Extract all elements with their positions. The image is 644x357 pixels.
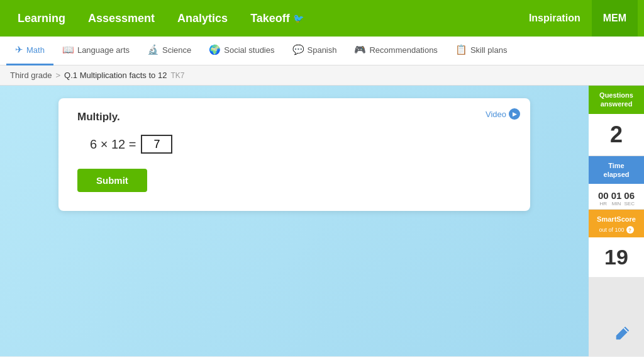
tab-spanish[interactable]: 💬 Spanish xyxy=(284,37,346,65)
help-icon[interactable]: ? xyxy=(626,226,634,234)
equation-row: 6 × 12 = xyxy=(90,135,511,154)
questions-answered-header: Questionsanswered xyxy=(589,86,644,114)
time-row: 00 HR 01 MIN 06 SEC xyxy=(589,184,644,210)
subject-tabs-bar: ✈ Math 📖 Language arts 🔬 Science 🌍 Socia… xyxy=(0,37,644,65)
recommendations-icon: 🎮 xyxy=(354,44,366,55)
takeoff-bird-icon: 🐦 xyxy=(293,13,304,23)
tab-science[interactable]: 🔬 Science xyxy=(138,37,200,65)
breadcrumb-code: TK7 xyxy=(170,71,184,80)
language-arts-icon: 📖 xyxy=(62,44,74,55)
answer-input[interactable] xyxy=(141,135,172,154)
smart-score-sub-label: out of 100 xyxy=(599,227,624,233)
video-link[interactable]: Video ▶ xyxy=(486,108,520,120)
right-panel: Questionsanswered 2 Timeelapsed 00 HR 01… xyxy=(589,86,644,356)
time-hr-label: HR xyxy=(600,201,608,207)
time-sec-label: SEC xyxy=(624,201,634,207)
questions-answered-value: 2 xyxy=(589,114,644,156)
equation-left: 6 × 12 = xyxy=(90,137,136,152)
smart-score-sub: out of 100 ? xyxy=(589,226,644,237)
spanish-icon: 💬 xyxy=(292,44,304,55)
nav-learning[interactable]: Learning xyxy=(6,0,77,37)
top-nav-right: Inspiration MEM xyxy=(518,0,638,37)
exercise-card: Video ▶ Multiply. 6 × 12 = Submit xyxy=(58,98,530,211)
time-min-label: MIN xyxy=(612,201,621,207)
video-label: Video xyxy=(486,110,506,119)
question-label: Multiply. xyxy=(77,111,511,123)
math-icon: ✈ xyxy=(15,44,23,55)
inspiration-button[interactable]: Inspiration xyxy=(518,13,592,24)
science-icon: 🔬 xyxy=(147,44,159,55)
smart-score-header: SmartScore xyxy=(589,210,644,226)
exercise-wrapper: Video ▶ Multiply. 6 × 12 = Submit xyxy=(0,86,589,356)
nav-analytics[interactable]: Analytics xyxy=(166,0,239,37)
tab-recommendations[interactable]: 🎮 Recommendations xyxy=(345,37,446,65)
video-play-icon: ▶ xyxy=(509,108,520,120)
breadcrumb: Third grade > Q.1 Multiplication facts t… xyxy=(0,65,644,86)
main-content-area: Video ▶ Multiply. 6 × 12 = Submit Questi… xyxy=(0,86,644,356)
time-elapsed-header: Timeelapsed xyxy=(589,156,644,184)
nav-assessment[interactable]: Assessment xyxy=(77,0,166,37)
skill-plans-icon: 📋 xyxy=(455,44,467,55)
time-hr-digit: 00 xyxy=(598,190,609,201)
top-navigation: Learning Assessment Analytics Takeoff 🐦 … xyxy=(0,0,644,37)
social-studies-icon: 🌍 xyxy=(209,44,221,55)
pencil-icon[interactable] xyxy=(614,324,631,344)
breadcrumb-grade[interactable]: Third grade xyxy=(10,71,52,80)
breadcrumb-skill: Q.1 Multiplication facts to 12 xyxy=(64,71,167,80)
mem-button[interactable]: MEM xyxy=(592,0,638,37)
tab-social-studies[interactable]: 🌍 Social studies xyxy=(200,37,283,65)
nav-takeoff[interactable]: Takeoff 🐦 xyxy=(239,0,315,37)
time-sec-digit: 06 xyxy=(624,190,635,201)
breadcrumb-separator: > xyxy=(55,71,60,80)
smart-score-value: 19 xyxy=(589,237,644,277)
time-min-unit: 01 MIN xyxy=(611,190,622,207)
time-sec-unit: 06 SEC xyxy=(624,190,635,207)
tab-math[interactable]: ✈ Math xyxy=(6,37,53,65)
time-hr-unit: 00 HR xyxy=(598,190,609,207)
tab-skill-plans[interactable]: 📋 Skill plans xyxy=(447,37,516,65)
tab-language-arts[interactable]: 📖 Language arts xyxy=(53,37,138,65)
submit-button[interactable]: Submit xyxy=(77,169,147,192)
time-min-digit: 01 xyxy=(611,190,622,201)
